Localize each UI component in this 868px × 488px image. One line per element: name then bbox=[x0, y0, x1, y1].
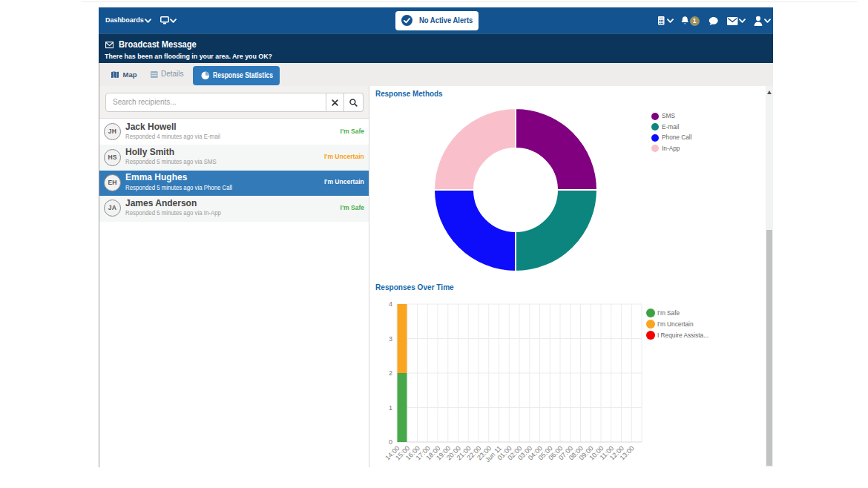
svg-text:3: 3 bbox=[389, 335, 392, 343]
svg-text:2: 2 bbox=[389, 369, 392, 377]
svg-text:0: 0 bbox=[389, 438, 392, 446]
svg-text:4: 4 bbox=[389, 300, 392, 308]
svg-text:1: 1 bbox=[389, 404, 392, 412]
